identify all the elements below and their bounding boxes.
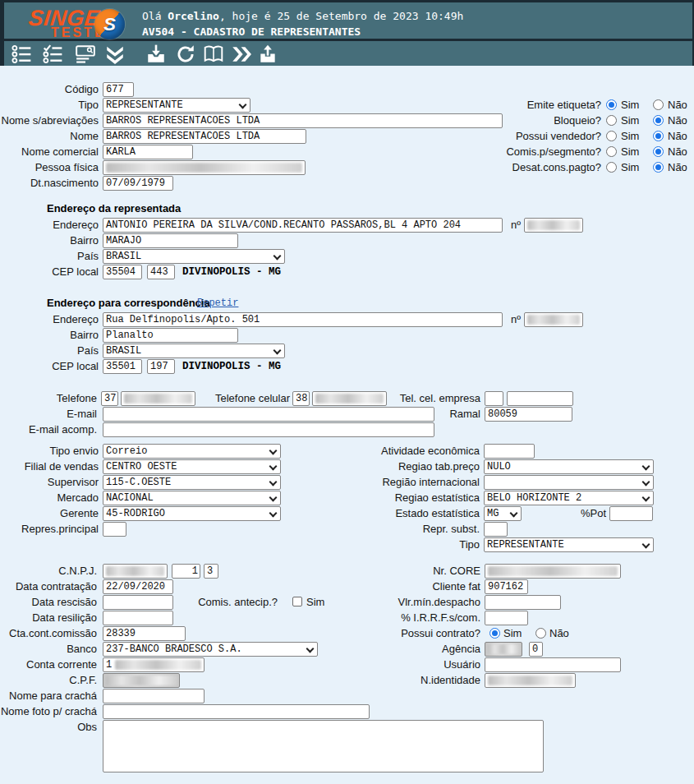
nome-foto-cracha-field[interactable] xyxy=(103,704,370,719)
nr-core-field[interactable] xyxy=(485,564,621,579)
nome-foto-cracha-label: Nome foto p/ crachá xyxy=(0,705,97,718)
tel-empresa-numero-field[interactable] xyxy=(507,391,573,406)
telefone-ddd-field[interactable]: 37 xyxy=(101,391,118,406)
gerente-select[interactable]: 45-RODRIGO xyxy=(103,506,281,521)
filial-vendas-select[interactable]: CENTRO OESTE xyxy=(103,459,281,474)
nome-cracha-field[interactable] xyxy=(103,689,205,703)
emite-etiqueta-label: Emite etiqueta? xyxy=(419,99,601,112)
possui-contrato-sim-text: Sim xyxy=(503,627,522,640)
catalog-button[interactable] xyxy=(201,44,226,65)
repr-subst-field[interactable] xyxy=(484,522,508,537)
possui-contrato-sim-radio[interactable] xyxy=(489,628,500,639)
possui-vendedor-sim-radio[interactable] xyxy=(606,131,617,141)
refresh-button[interactable] xyxy=(173,44,198,65)
cep1-suffix-field[interactable]: 443 xyxy=(147,265,175,279)
emite-etiqueta-sim-radio[interactable] xyxy=(606,99,617,110)
desat-cons-pagto-sim-radio[interactable] xyxy=(606,162,617,173)
regiao-estatistica-select[interactable]: BELO HORIZONTE 2 xyxy=(484,491,654,505)
pessoa-fisica-field[interactable] xyxy=(103,160,306,175)
tel-empresa-ddd-field[interactable] xyxy=(485,391,503,406)
repres-principal-field[interactable] xyxy=(103,522,126,537)
save-button[interactable] xyxy=(144,44,168,65)
bloqueio-sim-radio[interactable] xyxy=(606,115,617,126)
supervisor-select[interactable]: 115-C.OESTE xyxy=(103,475,281,490)
bloqueio-nao-radio[interactable] xyxy=(653,115,664,126)
tipo-envio-select[interactable]: Correio xyxy=(103,444,281,459)
estado-estatistica-select[interactable]: MG xyxy=(484,506,522,521)
vlr-min-despacho-field[interactable] xyxy=(485,595,561,610)
cep2-suffix-field[interactable]: 197 xyxy=(147,359,175,374)
codigo-field[interactable]: 677 xyxy=(103,82,134,97)
pais1-select[interactable]: BRASIL xyxy=(103,249,285,264)
celular-numero-field[interactable] xyxy=(312,391,387,406)
redacted-value xyxy=(115,660,201,670)
identidade-field[interactable] xyxy=(485,673,576,688)
comis-antecip-checkbox[interactable] xyxy=(292,597,302,606)
nome-comercial-field[interactable]: KARLA xyxy=(103,145,193,159)
endereco1-field[interactable]: ANTONIO PEREIRA DA SILVA/COND.RECANTO PA… xyxy=(103,218,503,233)
tipo-select[interactable]: REPRESENTANTE xyxy=(103,98,250,113)
cnpj-dv-field[interactable]: 3 xyxy=(204,564,218,579)
pot-field[interactable] xyxy=(609,506,653,521)
mercado-select[interactable]: NACIONAL xyxy=(103,491,281,505)
conta-corrente-field[interactable]: 1 xyxy=(103,657,205,672)
repetir-link[interactable]: Repetir xyxy=(197,297,238,309)
cnpj-field[interactable] xyxy=(103,564,168,579)
pot-label: %Pot xyxy=(567,507,606,520)
cep1-field[interactable]: 35504 xyxy=(103,265,142,279)
export-icon xyxy=(255,44,280,65)
export-button[interactable] xyxy=(255,44,280,65)
cta-cont-comissao-field[interactable]: 28339 xyxy=(103,626,186,641)
nome-field[interactable]: BARROS REPRESENTACOES LTDA xyxy=(103,129,306,144)
possui-vendedor-nao-radio[interactable] xyxy=(653,131,664,141)
numero2-field[interactable] xyxy=(524,312,583,327)
chevron-down-icon xyxy=(269,510,278,518)
celular-ddd-field[interactable]: 38 xyxy=(292,391,310,406)
dt-nascimento-field[interactable]: 07/09/1979 xyxy=(103,176,173,191)
emite-etiqueta-nao-radio[interactable] xyxy=(653,99,664,110)
cnpj-filial-field[interactable]: 1 xyxy=(172,564,200,579)
cpf-field[interactable] xyxy=(103,673,180,688)
irrf-field[interactable] xyxy=(485,611,528,625)
agencia-dv-field[interactable]: 0 xyxy=(529,642,543,657)
cliente-fat-field[interactable]: 907162 xyxy=(485,579,528,594)
email-acomp-field[interactable] xyxy=(103,422,434,437)
regiao-internacional-select[interactable] xyxy=(484,475,654,490)
data-resilicao-field[interactable] xyxy=(103,611,173,625)
possui-contrato-nao-radio[interactable] xyxy=(535,628,546,639)
desat-cons-pagto-nao-radio[interactable] xyxy=(653,162,664,173)
obs-textarea[interactable] xyxy=(103,720,544,772)
bairro2-field[interactable]: Planalto xyxy=(103,328,238,343)
celular-label: Telefone celular xyxy=(197,392,290,405)
usuario-field[interactable] xyxy=(485,657,621,672)
comis-segmento-nao-radio[interactable] xyxy=(653,146,664,157)
regiao-estatistica-label: Regiao estatística xyxy=(329,491,480,505)
bairro1-field[interactable]: MARAJO xyxy=(103,233,238,248)
screen-query-icon xyxy=(73,44,98,65)
toolbar xyxy=(4,41,692,66)
telefone-numero-field[interactable] xyxy=(121,391,195,406)
atividade-economica-field[interactable] xyxy=(484,444,535,459)
records-check-button[interactable] xyxy=(40,44,65,65)
agencia-field[interactable] xyxy=(485,642,522,657)
ramal-field[interactable]: 80059 xyxy=(485,407,572,422)
email-field[interactable] xyxy=(103,407,434,422)
save-icon xyxy=(144,44,168,65)
regiao-tab-preco-select[interactable]: NULO xyxy=(484,459,654,474)
numero1-field[interactable] xyxy=(524,218,583,233)
tipo2-select[interactable]: REPRESENTANTE xyxy=(484,537,654,552)
cep2-field[interactable]: 35501 xyxy=(103,359,142,374)
screen-query-button[interactable] xyxy=(73,44,98,65)
next-button[interactable] xyxy=(228,44,253,65)
records-check-icon xyxy=(40,44,65,65)
banco-select[interactable]: 237-BANCO BRADESCO S.A. xyxy=(103,642,318,657)
chevron-down-icon xyxy=(510,510,518,518)
data-rescisao-field[interactable] xyxy=(103,595,173,610)
av504-window: SINGE TESTE S Olá Orcelino, hoje é 25 de… xyxy=(0,0,694,784)
endereco2-field[interactable]: Rua Delfinopolis/Apto. 501 xyxy=(103,312,503,327)
expand-all-button[interactable] xyxy=(103,44,127,65)
records-list-button[interactable] xyxy=(9,44,34,65)
pais2-select[interactable]: BRASIL xyxy=(103,344,285,358)
data-contratacao-field[interactable]: 22/09/2020 xyxy=(103,579,173,594)
comis-segmento-sim-radio[interactable] xyxy=(606,146,617,157)
